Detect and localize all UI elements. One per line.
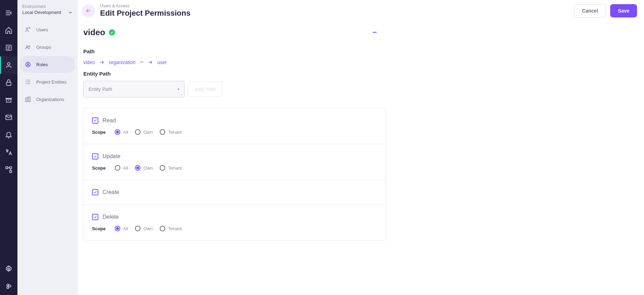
- add-path-button[interactable]: Add Path: [188, 81, 222, 97]
- permission-checkbox[interactable]: [92, 153, 98, 160]
- caret-down-icon: [176, 87, 181, 91]
- scope-row: ScopeAllOwnTenant: [92, 165, 377, 171]
- path-chain: video organization − user: [83, 59, 386, 66]
- radio-label: Tenant: [168, 226, 182, 231]
- permission-name: Read: [103, 117, 116, 124]
- permission-checkbox[interactable]: [92, 214, 98, 220]
- scope-radio-all[interactable]: All: [115, 226, 128, 231]
- permission-checkbox[interactable]: [92, 189, 98, 195]
- svg-rect-6: [10, 167, 12, 169]
- svg-point-12: [26, 46, 28, 47]
- radio-label: Own: [143, 165, 153, 171]
- gear-icon[interactable]: [0, 260, 17, 278]
- scope-radio-all[interactable]: All: [115, 165, 128, 171]
- svg-point-10: [26, 28, 28, 30]
- sidebar-item-label: Roles: [36, 62, 48, 67]
- lock-icon[interactable]: [0, 74, 17, 91]
- scope-label: Scope: [92, 165, 106, 171]
- organizations-icon: [24, 96, 31, 103]
- entities-icon: [24, 78, 31, 85]
- radio-icon: [160, 165, 165, 171]
- arrow-right-icon: [147, 60, 153, 65]
- workflow-icon[interactable]: [0, 161, 17, 178]
- scope-row: ScopeAllOwnTenant: [92, 226, 377, 231]
- check-icon: [93, 118, 97, 123]
- scope-radio-own[interactable]: Own: [135, 226, 153, 231]
- scope-radio-tenant[interactable]: Tenant: [160, 129, 182, 135]
- arrow-right-icon: [99, 60, 105, 65]
- brain-icon[interactable]: [0, 278, 17, 295]
- path-segment[interactable]: video: [83, 60, 95, 65]
- permission-item: Create: [84, 180, 386, 205]
- back-button[interactable]: [82, 4, 95, 17]
- scope-label: Scope: [92, 130, 106, 135]
- environment-label: Environment: [22, 4, 73, 9]
- svg-rect-4: [6, 167, 8, 169]
- permission-item: UpdateScopeAllOwnTenant: [84, 144, 386, 180]
- entity-name: video: [83, 28, 105, 37]
- remove-entity-icon[interactable]: −: [372, 28, 377, 37]
- menu-toggle-icon[interactable]: [0, 4, 17, 22]
- permission-item: DeleteScopeAllOwnTenant: [84, 205, 386, 240]
- sidebar-item-label: Organizations: [36, 97, 64, 102]
- path-segment[interactable]: organization: [109, 60, 135, 65]
- radio-label: Tenant: [168, 130, 182, 135]
- environment-value: Local Development: [22, 10, 61, 15]
- radio-icon: [115, 129, 120, 135]
- environment-selector[interactable]: Environment Local Development: [17, 3, 78, 19]
- radio-icon: [115, 226, 120, 231]
- radio-label: All: [123, 165, 128, 171]
- sidebar-item-roles[interactable]: Roles: [20, 56, 75, 73]
- scope-radio-tenant[interactable]: Tenant: [160, 226, 182, 231]
- svg-point-11: [29, 28, 30, 29]
- cancel-button[interactable]: Cancel: [574, 4, 606, 17]
- scope-label: Scope: [92, 226, 106, 231]
- radio-label: Own: [143, 226, 153, 231]
- check-icon: [93, 190, 97, 194]
- chevron-down-icon: [68, 10, 73, 15]
- breadcrumb: Users & Access: [100, 3, 190, 8]
- sidebar-item-project-entities[interactable]: Project Entities: [20, 73, 75, 90]
- svg-point-13: [29, 46, 30, 47]
- scope-radio-tenant[interactable]: Tenant: [160, 165, 182, 171]
- sidebar-item-groups[interactable]: Groups: [20, 39, 75, 55]
- path-segment[interactable]: user: [157, 60, 167, 65]
- home-icon[interactable]: [0, 22, 17, 39]
- main-header: Users & Access Edit Project Permissions …: [78, 0, 644, 21]
- check-icon: [93, 215, 97, 219]
- entity-path-select[interactable]: Entity Path: [83, 81, 184, 98]
- svg-rect-2: [7, 82, 11, 85]
- permission-name: Create: [103, 189, 119, 195]
- scope-radio-own[interactable]: Own: [135, 165, 153, 171]
- permission-name: Update: [103, 153, 121, 160]
- verified-badge: [109, 29, 115, 36]
- sidebar-item-label: Users: [36, 27, 48, 32]
- scope-radio-all[interactable]: All: [115, 129, 128, 135]
- sidebar-item-organizations[interactable]: Organizations: [20, 91, 75, 108]
- check-icon: [93, 154, 97, 158]
- entity-path-placeholder: Entity Path: [89, 86, 112, 92]
- list-icon[interactable]: [0, 39, 17, 56]
- remove-path-segment-icon[interactable]: −: [140, 59, 144, 66]
- svg-rect-5: [10, 171, 12, 173]
- svg-point-15: [27, 63, 29, 64]
- sidebar-item-users[interactable]: Users: [20, 21, 75, 38]
- permission-checkbox[interactable]: [92, 117, 98, 124]
- mail-icon[interactable]: [0, 109, 17, 126]
- icon-rail: [0, 0, 17, 295]
- groups-icon: [24, 44, 31, 51]
- entity-path-heading: Entity Path: [83, 71, 386, 77]
- scope-radio-own[interactable]: Own: [135, 129, 153, 135]
- translate-icon[interactable]: [0, 143, 17, 161]
- users-access-icon[interactable]: [0, 56, 17, 74]
- check-icon: [110, 31, 114, 34]
- roles-icon: [24, 61, 31, 68]
- bell-icon[interactable]: [0, 126, 17, 143]
- permission-name: Delete: [103, 214, 119, 220]
- save-button[interactable]: Save: [610, 4, 637, 17]
- arrow-left-icon: [85, 7, 92, 14]
- archive-icon[interactable]: [0, 91, 17, 109]
- radio-label: All: [123, 130, 128, 135]
- radio-icon: [135, 129, 141, 135]
- permission-item: ReadScopeAllOwnTenant: [84, 108, 386, 144]
